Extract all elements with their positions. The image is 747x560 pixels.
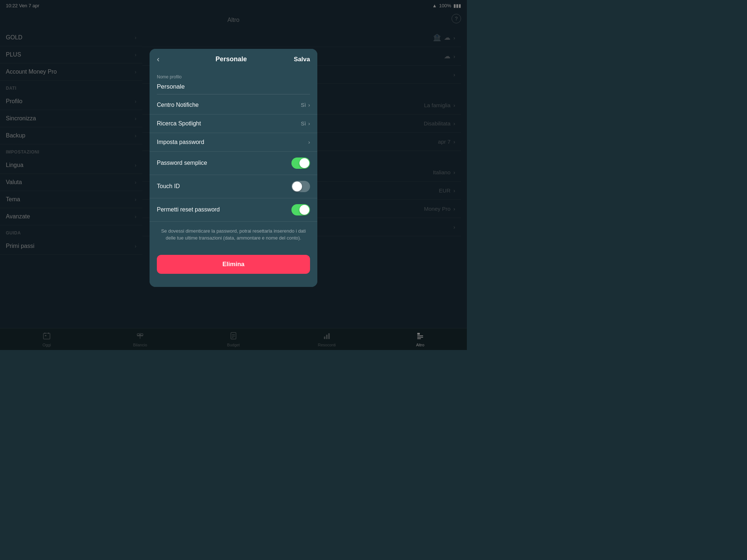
centro-notifiche-right: Sì › [301, 102, 310, 108]
modal-settings-list: Centro Notifiche Sì › Ricerca Spotlight … [150, 96, 317, 222]
imposta-password-chevron: › [308, 139, 310, 145]
reset-info: Se dovessi dimenticare la password, potr… [150, 222, 317, 248]
modal-save-button[interactable]: Salva [294, 56, 310, 63]
touch-id-toggle[interactable] [291, 181, 310, 192]
delete-button[interactable]: Elimina [157, 255, 310, 274]
permetti-reset-knob [299, 205, 309, 215]
permetti-reset-toggle[interactable] [291, 204, 310, 215]
permetti-reset-row: Permetti reset password [150, 198, 317, 222]
ricerca-spotlight-value: Sì [301, 120, 306, 127]
modal-footer: Elimina [150, 255, 317, 287]
imposta-password-right: › [308, 139, 310, 145]
profile-modal: ‹ Personale Salva Nome profilo Personale… [150, 49, 317, 287]
profile-name-label: Nome profilo [157, 74, 310, 79]
profile-name-input[interactable]: Personale [157, 81, 310, 94]
touch-id-row: Touch ID [150, 175, 317, 198]
ricerca-spotlight-row[interactable]: Ricerca Spotlight Sì › [150, 114, 317, 133]
password-semplice-row: Password semplice [150, 152, 317, 175]
password-semplice-label: Password semplice [157, 160, 207, 166]
ricerca-spotlight-label: Ricerca Spotlight [157, 120, 201, 127]
centro-notifiche-label: Centro Notifiche [157, 102, 199, 108]
modal-overlay: ‹ Personale Salva Nome profilo Personale… [0, 0, 467, 350]
touch-id-knob [292, 182, 302, 191]
touch-id-label: Touch ID [157, 183, 180, 190]
centro-notifiche-row[interactable]: Centro Notifiche Sì › [150, 96, 317, 114]
ricerca-spotlight-right: Sì › [301, 120, 310, 127]
password-semplice-knob [299, 158, 309, 168]
ricerca-spotlight-chevron: › [308, 120, 310, 127]
centro-notifiche-chevron: › [308, 102, 310, 108]
imposta-password-row[interactable]: Imposta password › [150, 133, 317, 152]
modal-header: ‹ Personale Salva [150, 49, 317, 70]
modal-title: Personale [216, 55, 247, 63]
profile-name-section: Nome profilo Personale [150, 70, 317, 94]
centro-notifiche-value: Sì [301, 102, 306, 108]
password-semplice-toggle[interactable] [291, 158, 310, 169]
modal-back-button[interactable]: ‹ [157, 55, 169, 64]
permetti-reset-label: Permetti reset password [157, 206, 220, 213]
imposta-password-label: Imposta password [157, 139, 204, 145]
